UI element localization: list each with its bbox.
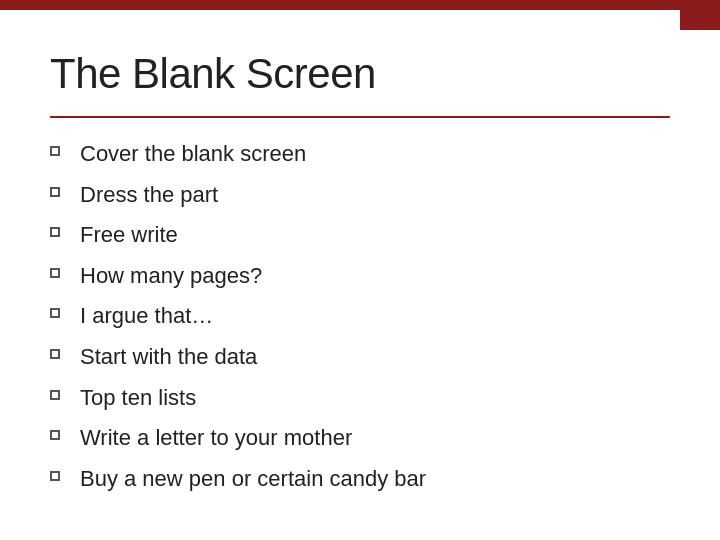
slide-container: The Blank Screen Cover the blank screenD… [0, 10, 720, 535]
list-item-text: I argue that… [80, 302, 213, 331]
bullet-icon [50, 227, 60, 237]
list-item-text: Buy a new pen or certain candy bar [80, 465, 426, 494]
bullet-icon [50, 146, 60, 156]
list-item: I argue that… [50, 302, 670, 331]
list-item: Dress the part [50, 181, 670, 210]
list-item-text: Top ten lists [80, 384, 196, 413]
list-item-text: Dress the part [80, 181, 218, 210]
slide-title: The Blank Screen [50, 50, 670, 98]
bullet-icon [50, 308, 60, 318]
bullet-icon [50, 268, 60, 278]
list-item: How many pages? [50, 262, 670, 291]
bullet-icon [50, 430, 60, 440]
list-item: Write a letter to your mother [50, 424, 670, 453]
bullet-icon [50, 187, 60, 197]
list-item-text: Write a letter to your mother [80, 424, 352, 453]
bullet-icon [50, 471, 60, 481]
bullet-list: Cover the blank screenDress the partFree… [50, 140, 670, 493]
bullet-icon [50, 349, 60, 359]
list-item-text: Cover the blank screen [80, 140, 306, 169]
list-item-text: How many pages? [80, 262, 262, 291]
list-item: Buy a new pen or certain candy bar [50, 465, 670, 494]
list-item: Top ten lists [50, 384, 670, 413]
corner-block [680, 0, 720, 30]
list-item-text: Free write [80, 221, 178, 250]
bullet-icon [50, 390, 60, 400]
list-item: Start with the data [50, 343, 670, 372]
list-item: Cover the blank screen [50, 140, 670, 169]
divider [50, 116, 670, 118]
list-item: Free write [50, 221, 670, 250]
list-item-text: Start with the data [80, 343, 257, 372]
top-bar [0, 0, 720, 10]
